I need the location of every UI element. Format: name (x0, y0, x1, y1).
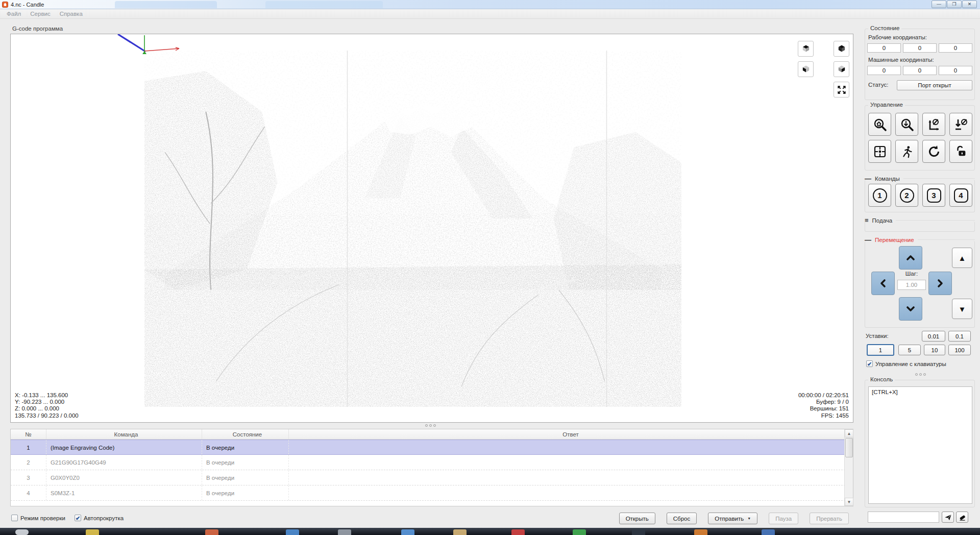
cell-state: В очереди (202, 485, 289, 500)
taskbar-icon[interactable] (453, 529, 467, 535)
chevron-up-icon (904, 252, 917, 264)
taskbar-icon[interactable] (205, 529, 218, 535)
user-command-2-button[interactable]: 2 (895, 184, 918, 207)
jog-x-minus-button[interactable] (871, 272, 895, 295)
cell-response (289, 455, 853, 470)
open-label: Открыть (626, 516, 649, 522)
reset-label: Сброс (673, 516, 690, 522)
command-1-icon: 1 (873, 188, 887, 203)
close-button[interactable]: ✕ (962, 1, 977, 8)
chevron-left-icon (877, 277, 889, 289)
scroll-down-icon[interactable]: ▼ (845, 498, 853, 506)
user-command-4-button[interactable]: 4 (949, 184, 972, 207)
user-command-3-button[interactable]: 3 (922, 184, 945, 207)
send-dropdown-icon[interactable]: ▼ (747, 517, 751, 520)
reset-button[interactable]: Сброс (667, 513, 697, 524)
taskbar-icon[interactable] (401, 529, 414, 535)
menu-help[interactable]: Справка (55, 10, 87, 18)
keyboard-control-checkbox[interactable]: ✔ Управление с клавиатуры (866, 360, 946, 367)
preset-0.01-button[interactable]: 0.01 (922, 331, 945, 342)
windows-taskbar[interactable] (0, 528, 980, 535)
view-front-button[interactable] (798, 61, 814, 77)
scrollbar-thumb[interactable] (845, 438, 853, 457)
jog-z-plus-button[interactable]: ▲ (952, 248, 972, 268)
view-isometric-button[interactable] (834, 41, 849, 57)
jog-y-plus-button[interactable] (899, 246, 922, 270)
check-mode-checkbox[interactable]: Режим проверки (11, 515, 65, 521)
taskbar-icon[interactable] (511, 529, 525, 535)
pause-button[interactable]: Пауза (769, 513, 798, 524)
table-scrollbar[interactable]: ▲ ▼ (844, 429, 853, 506)
taskbar-icon[interactable] (86, 529, 99, 535)
unlock-padlock-icon (954, 145, 968, 158)
zoom-home-button[interactable] (868, 113, 891, 136)
console-command-input[interactable] (868, 512, 939, 523)
unlock-button[interactable] (949, 140, 972, 163)
console-clear-button[interactable] (956, 512, 968, 523)
safe-position-button[interactable] (895, 140, 918, 163)
table-row[interactable]: 1 (Image Engraving Code) В очереди (11, 440, 853, 455)
taskbar-icon[interactable] (573, 529, 586, 535)
zoom-fit-button[interactable] (895, 113, 918, 136)
autoscroll-checkbox[interactable]: ✔ Автопрокрутка (75, 515, 124, 521)
cell-state: В очереди (202, 440, 289, 454)
checkbox-checked[interactable]: ✔ (75, 515, 81, 521)
window-title: 4.nc - Candle (11, 2, 44, 8)
jog-y-minus-button[interactable] (899, 297, 922, 321)
send-button[interactable]: Отправить ▼ (708, 513, 757, 524)
user-command-1-button[interactable]: 1 (868, 184, 891, 207)
panel-splitter[interactable] (915, 373, 926, 376)
zero-xy-button[interactable] (922, 113, 945, 136)
preset-100-button[interactable]: 100 (948, 345, 971, 355)
work-z-field: 0 (939, 43, 972, 53)
cube-side-icon (836, 64, 847, 75)
menu-file[interactable]: Файл (2, 10, 26, 18)
table-row[interactable]: 4 S0M3Z-1 В очереди (11, 485, 853, 501)
preset-0.1-button[interactable]: 0.1 (948, 331, 971, 342)
restore-origin-button[interactable] (868, 140, 891, 163)
abort-button[interactable]: Прервать (810, 513, 849, 524)
view-top-button[interactable] (798, 41, 814, 57)
preset-1-button[interactable]: 1 (867, 344, 894, 356)
minimize-button[interactable]: — (932, 1, 946, 8)
taskbar-icon[interactable] (632, 529, 645, 535)
table-row[interactable]: 2 G21G90G17G40G49 В очереди (11, 455, 853, 470)
command-2-icon: 2 (900, 188, 914, 203)
taskbar-start-icon[interactable] (15, 529, 29, 535)
console-send-button[interactable] (942, 512, 954, 523)
jog-z-minus-button[interactable]: ▼ (952, 299, 972, 319)
presets-label: Уставки: (866, 333, 889, 339)
expand-arrows-icon (837, 85, 846, 94)
table-row[interactable]: 3 G0X0Y0Z0 В очереди (11, 470, 853, 485)
taskbar-icon[interactable] (694, 529, 707, 535)
pause-label: Пауза (775, 516, 792, 522)
taskbar-icon[interactable] (286, 529, 299, 535)
checkbox-unchecked[interactable] (11, 515, 18, 521)
step-input[interactable]: 1.00 (897, 280, 926, 290)
checkbox-checked[interactable]: ✔ (866, 360, 873, 367)
command-4-icon: 4 (954, 188, 968, 203)
fit-view-button[interactable] (834, 82, 849, 98)
maximize-button[interactable]: ❐ (947, 1, 962, 8)
jog-x-plus-button[interactable] (928, 272, 952, 295)
cell-response (289, 485, 853, 500)
stat-dimensions: 135.733 / 90.223 / 0.000 (15, 412, 79, 419)
horizontal-splitter[interactable] (425, 424, 436, 427)
cell-command: (Image Engraving Code) (46, 440, 202, 454)
preset-10-button[interactable]: 10 (924, 345, 945, 355)
state-group-title: Состояние (868, 25, 901, 31)
abort-label: Прервать (816, 516, 842, 522)
view-side-button[interactable] (834, 61, 849, 77)
menu-service[interactable]: Сервис (26, 10, 55, 18)
taskbar-icon[interactable] (762, 529, 775, 535)
scroll-up-icon[interactable]: ▲ (845, 429, 853, 437)
taskbar-icon[interactable] (338, 529, 351, 535)
zero-z-button[interactable] (949, 113, 972, 136)
preset-5-button[interactable]: 5 (898, 345, 921, 355)
gcode-3d-viewport[interactable]: X: -0.133 ... 135.600 Y: -90.223 ... 0.0… (10, 34, 853, 423)
command-3-icon: 3 (927, 188, 941, 203)
cell-number: 3 (11, 470, 46, 485)
console-log[interactable]: [CTRL+X] (868, 386, 972, 504)
reset-button-panel[interactable] (922, 140, 945, 163)
open-button[interactable]: Открыть (619, 513, 655, 524)
